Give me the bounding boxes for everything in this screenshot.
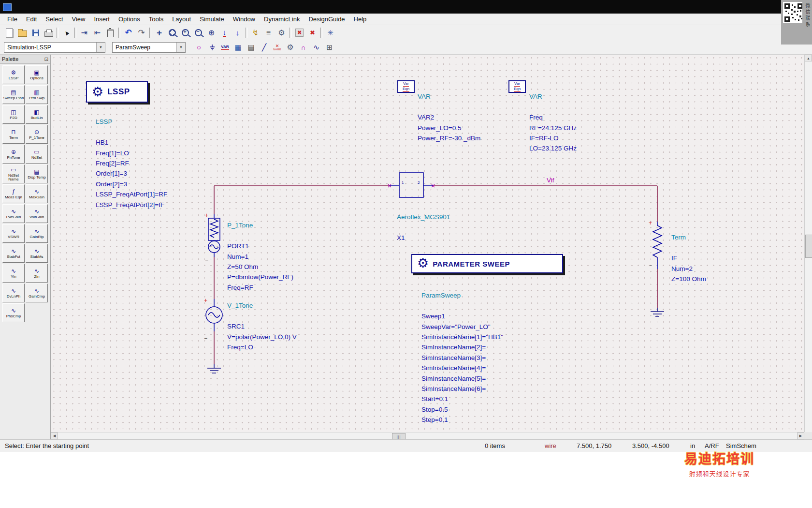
term-annotation[interactable]: Term IF Num=2 Z=100 Ohm xyxy=(671,222,706,295)
ground-symbol[interactable] xyxy=(651,308,664,316)
p1tone-annotation[interactable]: P_1Tone PORT1 Num=1 Z=50 Ohm P=dbmtow(Po… xyxy=(227,210,293,303)
var-eqn-icon[interactable]: Var Eqn xyxy=(397,80,415,93)
palette-item-meas-eqn[interactable]: ƒMeas Eqn xyxy=(2,184,25,203)
palette-item-lssp[interactable]: ⚙LSSP xyxy=(2,65,25,84)
insert-port-button[interactable] xyxy=(231,27,244,39)
v1tone-symbol[interactable]: + − xyxy=(204,297,222,342)
horizontal-scroll-thumb[interactable] xyxy=(392,433,406,440)
zoom-out-button[interactable] xyxy=(192,27,205,39)
display-template-button[interactable] xyxy=(232,41,245,54)
zoom-in-button[interactable] xyxy=(179,27,192,39)
menu-options[interactable]: Options xyxy=(114,14,145,25)
save-design-button[interactable] xyxy=(29,27,42,39)
v1tone-annotation[interactable]: V_1Tone SRC1 V=polar(Power_LO,0) V Freq=… xyxy=(227,290,297,363)
p1tone-symbol[interactable]: + − xyxy=(205,212,220,264)
design-state-combo[interactable]: Simulation-LSSP xyxy=(4,42,105,53)
menu-dynamiclink[interactable]: DynamicLink xyxy=(260,14,304,25)
palette-item-pwrgain[interactable]: ∿PwrGain xyxy=(2,204,25,223)
pop-out-hierarchy-button[interactable] xyxy=(91,27,104,39)
scroll-up-arrow[interactable] xyxy=(805,55,812,61)
vertical-scrollbar[interactable] xyxy=(804,55,812,439)
vertical-scroll-thumb[interactable] xyxy=(805,235,812,258)
new-design-button[interactable] xyxy=(3,27,16,39)
open-design-button[interactable] xyxy=(16,27,29,39)
insert-ground-button[interactable] xyxy=(205,41,218,54)
palette-item-budlin[interactable]: ◧BudLin xyxy=(26,105,48,124)
select-cursor-button[interactable] xyxy=(60,27,73,39)
ground-symbol[interactable] xyxy=(207,364,221,373)
wire-label-button[interactable] xyxy=(271,41,284,54)
chevron-down-icon[interactable] xyxy=(176,43,185,52)
menu-help[interactable]: Help xyxy=(349,14,371,25)
var2-annotation[interactable]: VAR VAR2 Power_LO=0.5 Power_RF=-30 _dBm xyxy=(418,81,480,154)
menu-tools[interactable]: Tools xyxy=(145,14,168,25)
node-name-button[interactable] xyxy=(262,27,275,39)
menu-window[interactable]: Window xyxy=(229,14,260,25)
term-symbol[interactable]: + − xyxy=(649,220,662,269)
component-history-combo[interactable]: ParamSweep xyxy=(112,42,186,53)
lssp-annotation[interactable]: LSSP HB1 Freq[1]=LO Freq[2]=RF Order[1]=… xyxy=(96,106,167,220)
palette-item-pntone[interactable]: ⊕PnTone xyxy=(2,145,25,164)
var-freq-annotation[interactable]: VAR Freq RF=24.125 GHz IF=RF-LO LO=23.12… xyxy=(529,81,577,164)
palette-dock-icon[interactable] xyxy=(44,57,48,62)
palette-item-dvlnph[interactable]: ∿DvLnPh xyxy=(2,284,25,302)
var-eqn-icon[interactable]: Var Eqn xyxy=(508,80,526,93)
schematic-canvas[interactable]: 1 2 + − + − xyxy=(51,55,804,432)
palette-item-term[interactable]: ⊓Term xyxy=(2,125,25,144)
palette-item-maxgain[interactable]: ∿MaxGain xyxy=(26,184,48,203)
palette-item-options[interactable]: ▣Options xyxy=(26,65,48,84)
hierarchy-button[interactable] xyxy=(323,41,336,54)
print-button[interactable] xyxy=(42,27,55,39)
palette-item-gaincmp[interactable]: ∿GainCmp xyxy=(26,284,48,302)
insert-polygon-button[interactable] xyxy=(192,41,205,54)
simulation-setup-button[interactable] xyxy=(275,27,288,39)
netlist-include-button[interactable] xyxy=(245,41,258,54)
palette-item-p2d[interactable]: ◫P2D xyxy=(2,105,25,124)
palette-item-voltgain[interactable]: ∿VoltGain xyxy=(26,204,48,223)
deactivate-component-button[interactable] xyxy=(293,27,306,39)
palette-item-ndset[interactable]: ▭NdSet xyxy=(26,145,48,164)
scroll-left-arrow[interactable] xyxy=(51,433,58,439)
current-probe-button[interactable] xyxy=(297,41,310,54)
chevron-down-icon[interactable] xyxy=(96,43,105,52)
psweep-annotation[interactable]: ParamSweep Sweep1 SweepVar="Power_LO" Si… xyxy=(421,280,503,432)
push-into-hierarchy-button[interactable] xyxy=(78,27,91,39)
palette-item-disp-temp[interactable]: ▤Disp Temp xyxy=(26,164,48,183)
activate-button[interactable] xyxy=(249,27,262,39)
insert-var-button[interactable] xyxy=(218,41,232,54)
zoom-full-button[interactable] xyxy=(205,27,218,39)
palette-item-stabfct[interactable]: ∿StabFct xyxy=(2,244,25,263)
palette-item-sweep-plan[interactable]: ▤Sweep Plan xyxy=(2,85,25,104)
menu-layout[interactable]: Layout xyxy=(168,14,195,25)
palette-item-stabms[interactable]: ∿StabMs xyxy=(26,244,48,263)
palette-item-p1tone[interactable]: ⊙P_1Tone xyxy=(26,125,48,144)
lssp-controller-block[interactable]: LSSP xyxy=(86,81,148,103)
wire-label-vif[interactable]: Vif xyxy=(547,177,554,184)
palette-item-phscmp[interactable]: ∿PhsCmp xyxy=(2,303,25,322)
palette-item-yin[interactable]: ∿Yin xyxy=(2,264,25,283)
palette-item-prm-swp[interactable]: ▥Prm Swp xyxy=(26,85,48,104)
measurement-plot-button[interactable] xyxy=(310,41,323,54)
menu-simulate[interactable]: Simulate xyxy=(195,14,229,25)
menu-designguide[interactable]: DesignGuide xyxy=(304,14,349,25)
parameter-sweep-block[interactable]: PARAMETER SWEEP xyxy=(411,254,563,273)
zoom-area-button[interactable] xyxy=(166,27,179,39)
menu-insert[interactable]: Insert xyxy=(89,14,114,25)
palette-item-ndset-name[interactable]: ▭NdSet Name xyxy=(2,164,25,183)
scroll-right-arrow[interactable] xyxy=(797,433,804,439)
palette-item-zin[interactable]: ∿Zin xyxy=(26,264,48,283)
move-button[interactable] xyxy=(153,27,166,39)
simulation-gear-button[interactable] xyxy=(284,41,297,54)
menu-select[interactable]: Select xyxy=(41,14,67,25)
horizontal-scrollbar[interactable] xyxy=(51,432,804,439)
mixer-annotation[interactable]: Aeroflex_MGS901 X1 xyxy=(397,202,450,254)
delete-button[interactable] xyxy=(104,27,117,39)
redo-button[interactable] xyxy=(135,27,148,39)
preferences-button[interactable] xyxy=(324,27,337,39)
mixer-symbol[interactable]: 1 2 xyxy=(390,173,433,197)
menu-edit[interactable]: Edit xyxy=(22,14,41,25)
palette-item-gainrip[interactable]: ∿GainRip xyxy=(26,224,48,243)
insert-pin-button[interactable] xyxy=(218,27,231,39)
menu-view[interactable]: View xyxy=(68,14,90,25)
undo-button[interactable] xyxy=(122,27,135,39)
